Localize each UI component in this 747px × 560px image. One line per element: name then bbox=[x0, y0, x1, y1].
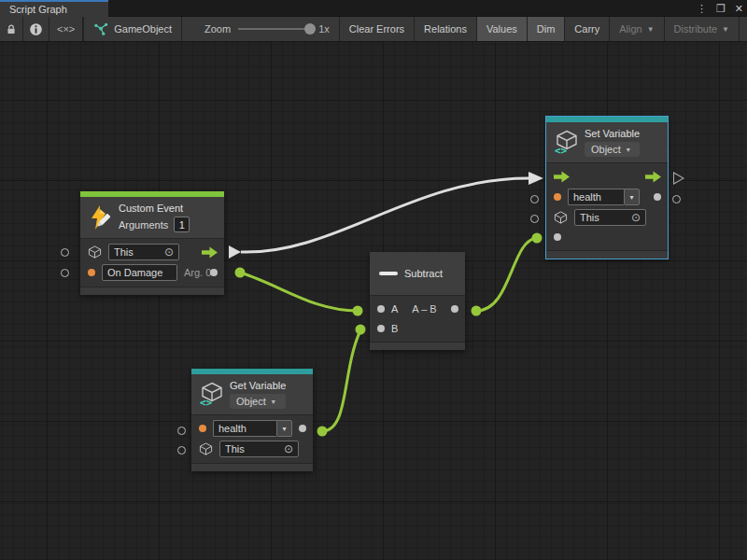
values-button[interactable]: Values bbox=[477, 17, 528, 41]
close-icon[interactable]: ✕ bbox=[735, 3, 743, 15]
distribute-dropdown[interactable]: Distribute ▼ bbox=[665, 17, 740, 41]
clear-errors-button[interactable]: Clear Errors bbox=[340, 17, 415, 41]
zoom-slider[interactable] bbox=[238, 28, 311, 30]
input-port-ring[interactable] bbox=[61, 269, 69, 277]
object-picker-icon[interactable]: ⊙ bbox=[164, 246, 174, 258]
relations-button[interactable]: Relations bbox=[415, 17, 477, 41]
relations-label: Relations bbox=[424, 23, 467, 35]
lock-icon bbox=[6, 22, 17, 36]
wire-value-subtract-setvariable[interactable] bbox=[476, 238, 537, 311]
graph-toolbar: <×> GameObject Zoom 1x Clear Errors Rela… bbox=[0, 17, 747, 42]
variable-scope-dropdown[interactable]: Object ▾ bbox=[230, 394, 286, 409]
flow-output-arrow-icon[interactable] bbox=[645, 171, 661, 183]
get-variable-header[interactable]: <> Get Variable Object ▾ bbox=[191, 374, 313, 415]
variable-name-combo[interactable]: health ▾ bbox=[568, 189, 640, 205]
variable-cube-icon: <> bbox=[199, 382, 223, 407]
flow-output-arrow-icon[interactable] bbox=[202, 246, 218, 259]
target-field[interactable]: This ⊙ bbox=[219, 441, 299, 457]
subtract-header[interactable]: Subtract bbox=[370, 252, 465, 296]
flow-row bbox=[546, 166, 668, 187]
object-picker-icon[interactable]: ⊙ bbox=[631, 212, 641, 223]
lock-button[interactable] bbox=[0, 17, 23, 41]
window-menu-icon[interactable]: ⋮ bbox=[697, 3, 707, 15]
dim-label: Dim bbox=[537, 23, 556, 35]
input-port-b[interactable] bbox=[377, 325, 385, 332]
values-label: Values bbox=[486, 23, 517, 35]
cube-icon bbox=[554, 210, 568, 225]
input-port-ring[interactable] bbox=[530, 215, 539, 223]
arguments-count-field[interactable]: 1 bbox=[174, 217, 190, 232]
info-icon bbox=[29, 22, 43, 36]
variable-name-value: health bbox=[218, 423, 247, 434]
carry-button[interactable]: Carry bbox=[565, 17, 610, 41]
output-port-result[interactable] bbox=[451, 305, 458, 313]
tab-title: Script Graph bbox=[9, 4, 67, 15]
custom-event-body: This ⊙ On Damage Arg. 0 bbox=[80, 239, 224, 287]
variable-name-field[interactable]: health bbox=[568, 189, 624, 205]
output-port-ring[interactable] bbox=[672, 195, 681, 203]
set-variable-header[interactable]: <> Set Variable Object ▾ bbox=[546, 122, 668, 163]
wire-value-arg0-subtract-a[interactable] bbox=[240, 273, 358, 311]
wire-value-getvariable-subtract-b[interactable] bbox=[322, 330, 360, 431]
node-set-variable[interactable]: <> Set Variable Object ▾ bbox=[546, 117, 668, 259]
value-output-port[interactable] bbox=[654, 193, 661, 201]
chevron-down-icon: ▼ bbox=[722, 25, 729, 34]
target-field[interactable]: This ⊙ bbox=[574, 209, 646, 226]
flow-output-triangle-outline[interactable] bbox=[673, 172, 684, 185]
port-string-icon[interactable] bbox=[88, 269, 95, 276]
align-dropdown[interactable]: Align ▼ bbox=[610, 17, 664, 41]
wire-flow-customevent-setvariable[interactable] bbox=[241, 178, 529, 252]
graph-target[interactable]: GameObject bbox=[84, 17, 182, 41]
value-output-port[interactable] bbox=[299, 425, 306, 432]
carry-label: Carry bbox=[574, 23, 599, 35]
subtract-icon bbox=[379, 272, 398, 275]
scope-value: Object bbox=[591, 144, 621, 155]
input-port-ring[interactable] bbox=[530, 195, 539, 203]
node-footer bbox=[191, 463, 313, 471]
input-port-ring[interactable] bbox=[177, 427, 186, 435]
info-button[interactable] bbox=[23, 17, 49, 41]
target-field[interactable]: This ⊙ bbox=[108, 244, 179, 260]
subtract-body: A A – B B bbox=[370, 296, 465, 342]
svg-text:<>: <> bbox=[555, 145, 568, 155]
input-port-ring[interactable] bbox=[177, 446, 186, 455]
zoom-control: Zoom 1x bbox=[182, 17, 340, 41]
variable-name-combo[interactable]: health ▾ bbox=[213, 420, 292, 437]
zoom-slider-handle[interactable] bbox=[304, 23, 316, 35]
code-view-button[interactable]: <×> bbox=[49, 17, 83, 41]
node-get-variable[interactable]: <> Get Variable Object ▾ health ▾ bbox=[191, 369, 313, 471]
input-port-ring[interactable] bbox=[61, 248, 69, 257]
variable-name-field[interactable]: health bbox=[213, 420, 276, 437]
event-name-field[interactable]: On Damage bbox=[102, 264, 177, 281]
wire-endpoint bbox=[472, 306, 482, 316]
port-name-icon[interactable] bbox=[554, 193, 561, 201]
arg0-label: Arg. 0 bbox=[184, 267, 211, 278]
wire-endpoint bbox=[356, 325, 366, 335]
variable-cube-icon: <> bbox=[554, 130, 578, 155]
flow-output-triangle[interactable] bbox=[229, 245, 241, 259]
graph-canvas[interactable]: Custom Event Arguments 1 This ⊙ bbox=[0, 42, 747, 560]
dropdown-arrow-icon: ▾ bbox=[627, 146, 630, 154]
custom-event-header[interactable]: Custom Event Arguments 1 bbox=[80, 197, 224, 239]
node-custom-event[interactable]: Custom Event Arguments 1 This ⊙ bbox=[80, 191, 224, 295]
maximize-icon[interactable]: ❒ bbox=[716, 3, 726, 15]
port-a-label: A bbox=[391, 303, 398, 315]
zoom-value: 1x bbox=[318, 23, 330, 35]
variable-name-dropdown-button[interactable]: ▾ bbox=[624, 189, 640, 205]
variable-name-dropdown-button[interactable]: ▾ bbox=[276, 420, 292, 437]
tab-script-graph[interactable]: Script Graph bbox=[0, 0, 108, 17]
value-input-port[interactable] bbox=[554, 233, 561, 241]
node-title: Set Variable bbox=[585, 128, 640, 139]
flow-input-arrow-icon[interactable] bbox=[554, 171, 570, 183]
overview-button[interactable]: Overv bbox=[740, 17, 747, 41]
variable-scope-dropdown[interactable]: Object ▾ bbox=[585, 142, 640, 157]
port-row-b: B bbox=[370, 318, 465, 338]
input-port-a[interactable] bbox=[377, 305, 385, 313]
wire-endpoint bbox=[235, 268, 246, 278]
wire-arrowhead-icon bbox=[529, 172, 543, 185]
arg0-output-port[interactable] bbox=[210, 269, 218, 276]
object-picker-icon[interactable]: ⊙ bbox=[284, 443, 293, 455]
dim-button[interactable]: Dim bbox=[528, 17, 566, 41]
port-name-icon[interactable] bbox=[199, 425, 206, 432]
node-subtract[interactable]: Subtract A A – B B bbox=[370, 252, 465, 350]
